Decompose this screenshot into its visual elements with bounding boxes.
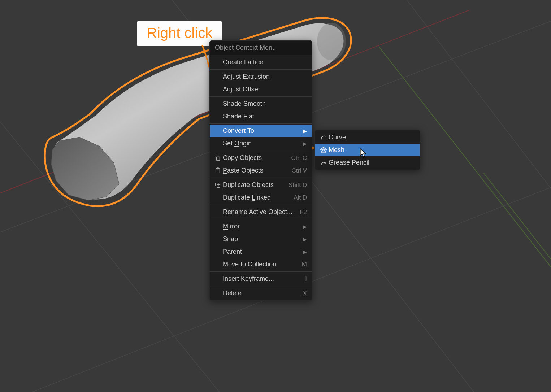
svg-line-8 <box>484 173 551 259</box>
shortcut-label: Ctrl C <box>291 154 307 162</box>
shortcut-label: F2 <box>300 209 307 216</box>
submenu-arrow-icon: ▶ <box>303 249 307 255</box>
menu-item-duplicate-linked[interactable]: Duplicate Linked Alt D <box>210 191 312 204</box>
submenu-arrow-icon: ▶ <box>303 224 307 230</box>
menu-item-move-to-collection[interactable]: Move to Collection M <box>210 258 312 271</box>
svg-line-3 <box>144 0 506 392</box>
mesh-icon <box>320 147 327 154</box>
menu-item-create-lattice[interactable]: Create Lattice <box>210 56 312 69</box>
menu-item-shade-smooth[interactable]: Shade Smooth <box>210 97 312 110</box>
svg-rect-13 <box>217 167 218 169</box>
submenu-arrow-icon: ▶ <box>303 128 307 134</box>
menu-item-adjust-offset[interactable]: Adjust Offset <box>210 83 312 96</box>
menu-item-copy-objects[interactable]: Copy Objects Ctrl C <box>210 152 312 164</box>
object-context-menu: Object Context Menu Create Lattice Adjus… <box>209 40 312 301</box>
shortcut-label: X <box>303 290 307 297</box>
paste-icon <box>214 167 221 174</box>
shortcut-label: M <box>302 261 307 268</box>
menu-item-rename-active-object[interactable]: Rename Active Object... F2 <box>210 206 312 218</box>
menu-item-adjust-extrusion[interactable]: Adjust Extrusion <box>210 70 312 83</box>
copy-icon <box>214 155 221 161</box>
submenu-item-grease-pencil[interactable]: Grease Pencil <box>315 156 420 169</box>
shortcut-label: Shift D <box>288 182 307 189</box>
duplicate-icon <box>214 182 221 188</box>
submenu-arrow-icon: ▶ <box>303 141 307 147</box>
svg-rect-11 <box>216 157 220 160</box>
curve-icon <box>320 134 327 141</box>
submenu-item-curve[interactable]: Curve <box>315 131 420 144</box>
menu-item-parent[interactable]: Parent ▶ <box>210 245 312 258</box>
convert-to-submenu: Curve Mesh Grease Pencil <box>314 130 420 170</box>
shortcut-label: Alt D <box>294 194 307 201</box>
shortcut-label: I <box>305 275 307 283</box>
menu-item-paste-objects[interactable]: Paste Objects Ctrl V <box>210 164 312 177</box>
menu-item-duplicate-objects[interactable]: Duplicate Objects Shift D <box>210 179 312 191</box>
menu-item-set-origin[interactable]: Set Origin ▶ <box>210 137 312 150</box>
menu-item-delete[interactable]: Delete X <box>210 287 312 300</box>
menu-title: Object Context Menu <box>210 41 312 55</box>
menu-item-insert-keyframe[interactable]: Insert Keyframe... I <box>210 273 312 285</box>
grease-pencil-icon <box>320 159 327 166</box>
menu-item-mirror[interactable]: Mirror ▶ <box>210 220 312 233</box>
menu-item-shade-flat[interactable]: Shade Flat <box>210 110 312 123</box>
submenu-arrow-icon: ▶ <box>303 236 307 242</box>
submenu-item-mesh[interactable]: Mesh <box>315 144 420 156</box>
menu-item-convert-to[interactable]: Convert To ▶ <box>210 125 312 137</box>
shortcut-label: Ctrl V <box>292 167 307 174</box>
menu-item-snap[interactable]: Snap ▶ <box>210 233 312 245</box>
